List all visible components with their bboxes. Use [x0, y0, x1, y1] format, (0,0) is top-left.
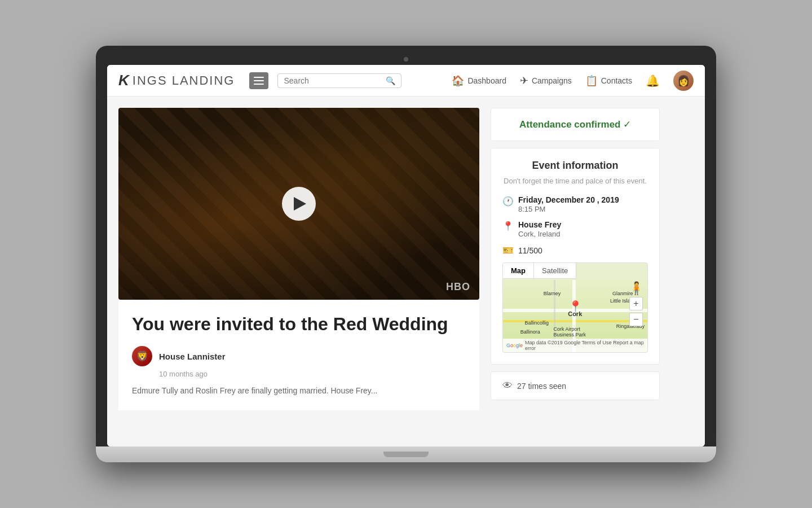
- map-tabs: Map Satellite: [503, 263, 576, 279]
- check-icon: ✓: [623, 119, 631, 130]
- location-text: House Frey Cork, Ireland: [518, 220, 561, 238]
- capacity-row: 🎫 11/500: [502, 245, 648, 256]
- dashboard-icon: 🏠: [452, 75, 464, 87]
- contacts-icon: 📋: [585, 75, 598, 87]
- event-time: 8:15 PM: [518, 205, 545, 213]
- campaigns-icon: ✈: [520, 75, 528, 87]
- location-row: 📍 House Frey Cork, Ireland: [502, 220, 648, 238]
- nav-label-campaigns: Campaigns: [532, 76, 572, 85]
- map-tab-satellite[interactable]: Satellite: [534, 263, 576, 278]
- location-detail: Cork, Ireland: [518, 230, 560, 238]
- map-zoom-out-button[interactable]: −: [629, 313, 643, 326]
- ticket-icon: 🎫: [502, 245, 514, 256]
- seen-text: 27 times seen: [517, 382, 566, 391]
- map-person-icon[interactable]: 🧍: [629, 281, 644, 296]
- post-time: 10 months ago: [132, 370, 466, 378]
- user-avatar[interactable]: 👩: [673, 71, 694, 91]
- map-location-pin: 📍: [568, 300, 582, 313]
- date-row: 🕐 Friday, December 20 , 2019 8:15 PM: [502, 195, 648, 213]
- post-title: You were invited to the Red Wedding: [132, 313, 466, 335]
- author-name: House Lannister: [159, 352, 226, 361]
- logo-k: K: [118, 72, 130, 89]
- map-controls: + −: [629, 297, 643, 326]
- author-badge-icon: 🦁: [132, 346, 152, 366]
- map-tab-map[interactable]: Map: [503, 263, 534, 278]
- event-info-card: Event information Don't forget the time …: [491, 148, 660, 365]
- attendance-text: Attendance confirmed: [519, 119, 620, 130]
- google-logo: Google: [506, 343, 523, 348]
- hamburger-line: [254, 80, 264, 81]
- map-footer: Google Map data ©2019 Google Terms of Us…: [503, 339, 647, 352]
- notifications-bell-icon[interactable]: 🔔: [646, 74, 660, 87]
- post-body: You were invited to the Red Wedding 🦁 Ho…: [118, 300, 479, 410]
- play-button[interactable]: [282, 187, 316, 221]
- eye-icon: 👁: [502, 380, 513, 392]
- map-label-airport: Cork AirportBusiness Park: [554, 326, 586, 338]
- laptop-notch: [383, 452, 429, 457]
- map-container: Map Satellite Blarney Glanmire: [502, 262, 648, 353]
- right-column: Attendance confirmed ✓ Event information…: [491, 108, 660, 435]
- event-date: Friday, December 20 , 2019: [518, 195, 619, 204]
- hamburger-button[interactable]: [249, 72, 268, 89]
- attendance-banner: Attendance confirmed ✓: [491, 108, 660, 141]
- left-column: HBO You were invited to the Red Wedding …: [118, 108, 479, 435]
- search-icon: 🔍: [386, 76, 395, 85]
- clock-icon: 🕐: [502, 196, 514, 207]
- hamburger-line: [254, 84, 264, 85]
- date-text: Friday, December 20 , 2019 8:15 PM: [518, 195, 619, 213]
- logo-suffix: INGS LANDING: [133, 73, 235, 88]
- post-excerpt: Edmure Tully and Roslin Frey are finally…: [132, 385, 466, 397]
- author-row: 🦁 House Lannister: [132, 346, 466, 366]
- hbo-watermark: HBO: [446, 281, 470, 293]
- nav-label-dashboard: Dashboard: [467, 76, 506, 85]
- nav-link-dashboard[interactable]: 🏠 Dashboard: [452, 75, 506, 87]
- capacity-text: 11/500: [518, 246, 542, 255]
- map-footer-text: Map data ©2019 Google Terms of Use Repor…: [525, 340, 644, 351]
- nav-right: 🏠 Dashboard ✈ Campaigns 📋 Contacts 🔔 👩: [452, 71, 694, 91]
- map-label-blarney: Blarney: [544, 291, 561, 296]
- play-triangle-icon: [294, 197, 306, 211]
- search-input[interactable]: [284, 76, 382, 85]
- nav-link-campaigns[interactable]: ✈ Campaigns: [520, 75, 572, 87]
- map-label-ballinora: Ballinora: [520, 329, 540, 335]
- main-content: HBO You were invited to the Red Wedding …: [107, 97, 705, 446]
- location-pin-icon: 📍: [502, 221, 514, 231]
- map-zoom-in-button[interactable]: +: [629, 297, 643, 310]
- laptop-base: [96, 446, 716, 462]
- search-box: 🔍: [277, 73, 401, 88]
- seen-card: 👁 27 times seen: [491, 371, 660, 400]
- event-info-title: Event information: [502, 160, 648, 172]
- nav-label-contacts: Contacts: [601, 76, 632, 85]
- map-label-ballincollig: Ballincollig: [524, 320, 549, 326]
- video-thumbnail[interactable]: HBO: [118, 108, 479, 300]
- brand-logo: KINGS LANDING: [118, 72, 235, 89]
- navbar: KINGS LANDING 🔍 🏠 Dashboard ✈ Campaigns: [107, 65, 705, 97]
- event-info-subtitle: Don't forget the time and palce of this …: [502, 176, 648, 186]
- nav-link-contacts[interactable]: 📋 Contacts: [585, 75, 632, 87]
- author-lion-icon: 🦁: [136, 350, 148, 362]
- location-name: House Frey: [518, 220, 561, 229]
- hamburger-line: [254, 77, 264, 78]
